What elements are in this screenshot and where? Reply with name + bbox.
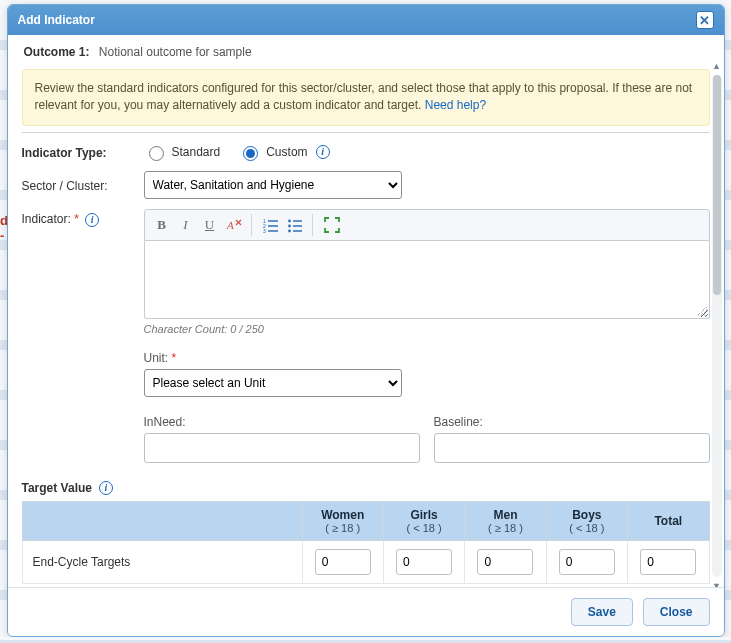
- col-total: Total: [628, 501, 709, 540]
- scroll-up-icon[interactable]: ▲: [712, 61, 722, 71]
- info-icon[interactable]: i: [316, 145, 330, 159]
- inneed-baseline-row: InNeed: Baseline:: [144, 415, 710, 463]
- col-girls: Girls( < 18 ): [383, 501, 464, 540]
- list-group: 123: [260, 214, 313, 236]
- ordered-list-button[interactable]: 123: [260, 214, 282, 236]
- inneed-col: InNeed:: [144, 415, 420, 463]
- scroll-thumb[interactable]: [713, 75, 721, 295]
- close-icon: ✕: [699, 14, 710, 27]
- target-value-title: Target Value i: [22, 481, 710, 495]
- table-row: End-Cycle Targets: [22, 540, 709, 583]
- svg-text:A: A: [226, 219, 234, 231]
- sector-label: Sector / Cluster:: [22, 176, 144, 193]
- standard-radio[interactable]: Standard: [144, 143, 221, 161]
- underline-button[interactable]: U: [199, 214, 221, 236]
- unit-label-text: Unit:: [144, 351, 169, 365]
- boys-input[interactable]: [559, 549, 615, 575]
- unit-block: Unit: * Please select an Unit: [144, 351, 710, 397]
- baseline-input[interactable]: [434, 433, 710, 463]
- indicator-type-row: Indicator Type: Standard Custom i: [22, 143, 710, 161]
- men-input[interactable]: [477, 549, 533, 575]
- bold-button[interactable]: B: [151, 214, 173, 236]
- svg-point-9: [288, 219, 291, 222]
- save-button[interactable]: Save: [571, 598, 633, 626]
- svg-point-11: [288, 229, 291, 232]
- col-women: Women( ≥ 18 ): [302, 501, 383, 540]
- info-banner: Review the standard indicators configure…: [22, 69, 710, 126]
- info-icon[interactable]: i: [99, 481, 113, 495]
- table-header-blank: [22, 501, 302, 540]
- girls-input[interactable]: [396, 549, 452, 575]
- modal-body: ▲ ▼ Outcome 1: Notional outcome for samp…: [8, 35, 724, 587]
- rich-text-editor: B I U A 123: [144, 209, 710, 335]
- need-help-link[interactable]: Need help?: [425, 98, 486, 112]
- clear-format-button[interactable]: A: [223, 214, 245, 236]
- editor-toolbar: B I U A 123: [144, 209, 710, 241]
- baseline-label: Baseline:: [434, 415, 710, 429]
- unit-select[interactable]: Please select an Unit: [144, 369, 402, 397]
- ordered-list-icon: 123: [263, 217, 279, 233]
- scroll-down-icon[interactable]: ▼: [712, 581, 722, 587]
- unordered-list-button[interactable]: [284, 214, 306, 236]
- italic-button[interactable]: I: [175, 214, 197, 236]
- women-input[interactable]: [315, 549, 371, 575]
- modal-header: Add Indicator ✕: [8, 5, 724, 35]
- row-label: End-Cycle Targets: [22, 540, 302, 583]
- svg-point-10: [288, 224, 291, 227]
- outcome-row: Outcome 1: Notional outcome for sample: [22, 41, 710, 69]
- inneed-input[interactable]: [144, 433, 420, 463]
- fullscreen-icon: [324, 217, 340, 233]
- standard-radio-input[interactable]: [149, 146, 164, 161]
- close-icon-button[interactable]: ✕: [696, 11, 714, 29]
- indicator-type-radio-group: Standard Custom i: [144, 143, 330, 161]
- modal-footer: Save Close: [8, 587, 724, 636]
- outcome-label: Outcome 1:: [24, 45, 90, 59]
- col-men: Men( ≥ 18 ): [465, 501, 546, 540]
- custom-radio-label: Custom: [266, 145, 307, 159]
- indicator-label-text: Indicator:: [22, 212, 71, 226]
- standard-radio-label: Standard: [172, 145, 221, 159]
- add-indicator-modal: Add Indicator ✕ ▲ ▼ Outcome 1: Notional …: [7, 4, 725, 637]
- indicator-type-label: Indicator Type:: [22, 143, 144, 160]
- unordered-list-icon: [287, 217, 303, 233]
- indicator-row: Indicator: * i B I U A 12: [22, 209, 710, 335]
- unit-label: Unit: *: [144, 351, 710, 365]
- info-banner-text: Review the standard indicators configure…: [35, 81, 693, 112]
- info-icon[interactable]: i: [85, 213, 99, 227]
- required-marker: *: [172, 351, 177, 365]
- custom-radio[interactable]: Custom i: [238, 143, 329, 161]
- clear-format-icon: A: [226, 217, 242, 233]
- svg-text:3: 3: [263, 228, 266, 233]
- target-value-title-text: Target Value: [22, 481, 92, 495]
- format-group: B I U A: [151, 214, 252, 236]
- divider: [22, 132, 710, 133]
- col-boys: Boys( < 18 ): [546, 501, 627, 540]
- indicator-label: Indicator: * i: [22, 209, 144, 227]
- fullscreen-button[interactable]: [321, 214, 343, 236]
- expand-group: [321, 214, 349, 236]
- custom-radio-input[interactable]: [243, 146, 258, 161]
- modal-title: Add Indicator: [18, 13, 95, 27]
- total-input[interactable]: [640, 549, 696, 575]
- sector-row: Sector / Cluster: Water, Sanitation and …: [22, 171, 710, 199]
- required-marker: *: [74, 212, 79, 226]
- sector-select[interactable]: Water, Sanitation and Hygiene: [144, 171, 402, 199]
- character-count: Character Count: 0 / 250: [144, 323, 710, 335]
- scrollbar[interactable]: ▲ ▼: [712, 75, 722, 577]
- outcome-description: Notional outcome for sample: [99, 45, 252, 59]
- close-button[interactable]: Close: [643, 598, 710, 626]
- baseline-col: Baseline:: [434, 415, 710, 463]
- target-value-table: Women( ≥ 18 ) Girls( < 18 ) Men( ≥ 18 ) …: [22, 501, 710, 584]
- indicator-textarea[interactable]: [144, 241, 710, 319]
- inneed-label: InNeed:: [144, 415, 420, 429]
